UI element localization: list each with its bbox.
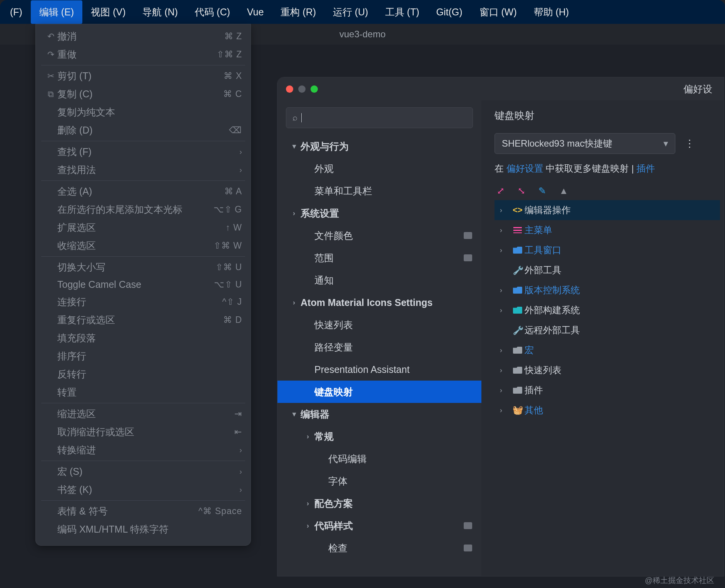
menu-refactor[interactable]: 重构 (R) bbox=[272, 0, 324, 24]
prefs-nav-item[interactable]: ›系统设置 bbox=[277, 202, 481, 224]
prefs-nav-item[interactable]: Presentation Assistant bbox=[277, 358, 481, 381]
edit-menu-item[interactable]: ↷重做⇧⌘ Z bbox=[36, 45, 251, 63]
keymap-tree-item[interactable]: ›<>编辑器操作 bbox=[494, 200, 720, 220]
edit-menu-item[interactable]: 全选 (A)⌘ A bbox=[36, 182, 251, 200]
menu-code[interactable]: 代码 (C) bbox=[186, 0, 239, 24]
chevron-right-icon: › bbox=[239, 446, 242, 454]
edit-menu-item[interactable]: 删除 (D)⌫ bbox=[36, 121, 251, 139]
prefs-nav-item[interactable]: 通知 bbox=[277, 269, 481, 291]
minimize-window-button[interactable] bbox=[298, 85, 306, 93]
collapse-icon[interactable]: ⤡ bbox=[518, 185, 525, 196]
nav-item-label: 常规 bbox=[314, 430, 334, 443]
edit-dropdown: ↶撤消⌘ Z↷重做⇧⌘ Z✂剪切 (T)⌘ X⧉复制 (C)⌘ C复制为纯文本删… bbox=[35, 24, 251, 546]
edit-menu-item[interactable]: 排序行 bbox=[36, 347, 251, 365]
folder-icon bbox=[511, 347, 525, 354]
prefs-nav-item[interactable]: 检查 bbox=[277, 537, 481, 559]
menu-item-icon: ⧉ bbox=[44, 89, 57, 99]
edit-menu-item[interactable]: 取消缩进行或选区⇤ bbox=[36, 423, 251, 441]
edit-menu-item[interactable]: 收缩选区⇧⌘ W bbox=[36, 237, 251, 255]
nav-item-label: 检查 bbox=[328, 542, 347, 555]
edit-menu-item[interactable]: 转置 bbox=[36, 383, 251, 401]
edit-menu-item[interactable]: 查找 (F)› bbox=[36, 143, 251, 161]
prefs-nav-item[interactable]: ▾外观与行为 bbox=[277, 135, 481, 157]
edit-icon[interactable]: ✎ bbox=[538, 185, 546, 196]
menu-edit[interactable]: 编辑 (E) bbox=[31, 0, 82, 24]
edit-menu-item[interactable]: 在所选行的末尾添加文本光标⌥⇧ G bbox=[36, 200, 251, 219]
keymap-tree-item[interactable]: 🔧外部工具 bbox=[494, 260, 720, 280]
prefs-nav-item[interactable]: ›代码样式 bbox=[277, 514, 481, 537]
prefs-nav-item[interactable]: 代码编辑 bbox=[277, 448, 481, 470]
menu-item-label: 复制为纯文本 bbox=[57, 106, 242, 119]
prefs-nav-item[interactable]: 字体 bbox=[277, 470, 481, 492]
edit-menu-item[interactable]: ↶撤消⌘ Z bbox=[36, 27, 251, 45]
edit-menu-item[interactable]: 宏 (S)› bbox=[36, 463, 251, 481]
prefs-nav-item[interactable]: 路径变量 bbox=[277, 336, 481, 358]
warning-icon[interactable]: ▲ bbox=[559, 185, 568, 196]
menu-git[interactable]: Git(G) bbox=[428, 1, 471, 23]
kebab-menu-button[interactable]: ⋮ bbox=[682, 138, 697, 150]
edit-menu-item[interactable]: 连接行^⇧ J bbox=[36, 293, 251, 311]
prefs-nav-item[interactable]: ›常规 bbox=[277, 425, 481, 448]
chevron-right-icon: › bbox=[500, 226, 511, 234]
link-prefs: 偏好设置 bbox=[506, 163, 543, 174]
prefs-nav-item[interactable]: 范围 bbox=[277, 247, 481, 269]
nav-item-label: 编辑器 bbox=[301, 408, 329, 421]
edit-menu-item[interactable]: 重复行或选区⌘ D bbox=[36, 311, 251, 329]
keymap-tree-item[interactable]: ›插件 bbox=[494, 380, 720, 400]
shortcut-label: ⇧⌘ W bbox=[214, 241, 242, 251]
edit-menu-item[interactable]: 书签 (K)› bbox=[36, 481, 251, 499]
menu-run[interactable]: 运行 (U) bbox=[324, 0, 377, 24]
keymap-tree-item[interactable]: ›外部构建系统 bbox=[494, 300, 720, 320]
edit-menu-item[interactable]: 缩进选区⇥ bbox=[36, 405, 251, 423]
keymap-item-label: 编辑器操作 bbox=[525, 204, 571, 216]
prefs-search-input[interactable]: ⌕ bbox=[286, 107, 473, 128]
keymap-tree-item[interactable]: ›版本控制系统 bbox=[494, 280, 720, 300]
edit-menu-item[interactable]: Toggle Camel Case⌥⇧ U bbox=[36, 276, 251, 293]
keymap-tree-item[interactable]: 🔧远程外部工具 bbox=[494, 320, 720, 340]
prefs-nav-item[interactable]: ▾编辑器 bbox=[277, 403, 481, 425]
shortcut-label: ⌥⇧ G bbox=[214, 204, 242, 215]
keymap-select[interactable]: SHERlocked93 mac快捷键 ▾ bbox=[494, 133, 675, 154]
prefs-nav-item[interactable]: ›配色方案 bbox=[277, 492, 481, 514]
menu-window[interactable]: 窗口 (W) bbox=[471, 0, 525, 24]
prefs-nav-item[interactable]: 外观 bbox=[277, 157, 481, 180]
prefs-nav-item[interactable]: 菜单和工具栏 bbox=[277, 180, 481, 202]
edit-menu-item[interactable]: 查找用法› bbox=[36, 161, 251, 179]
more-keymaps-link[interactable]: 在 偏好设置 中获取更多键盘映射 | 插件 bbox=[494, 162, 720, 175]
folder-icon bbox=[511, 367, 525, 374]
prefs-nav-item[interactable]: 文件颜色 bbox=[277, 224, 481, 247]
close-window-button[interactable] bbox=[286, 85, 293, 93]
expand-icon[interactable]: ⤢ bbox=[497, 185, 504, 196]
edit-menu-item[interactable]: 转换缩进› bbox=[36, 441, 251, 459]
prefs-nav-item[interactable]: 键盘映射 bbox=[277, 381, 481, 403]
menu-item-label: 在所选行的末尾添加文本光标 bbox=[57, 203, 214, 216]
edit-menu-item[interactable]: ✂剪切 (T)⌘ X bbox=[36, 67, 251, 85]
edit-menu-item[interactable]: 填充段落 bbox=[36, 329, 251, 347]
keymap-tree-item[interactable]: ›宏 bbox=[494, 340, 720, 360]
menu-vue[interactable]: Vue bbox=[239, 1, 272, 23]
edit-menu-item[interactable]: 表情 & 符号^⌘ Space bbox=[36, 502, 251, 520]
menu-navigate[interactable]: 导航 (N) bbox=[134, 0, 186, 24]
menu-view[interactable]: 视图 (V) bbox=[82, 0, 134, 24]
edit-menu-item[interactable]: 扩展选区↑ W bbox=[36, 219, 251, 237]
menu-item-label: 转置 bbox=[57, 386, 242, 399]
keymap-tree-item[interactable]: ›工具窗口 bbox=[494, 240, 720, 260]
edit-menu-item[interactable]: ⧉复制 (C)⌘ C bbox=[36, 85, 251, 103]
edit-menu-item[interactable]: 反转行 bbox=[36, 365, 251, 383]
menu-tools[interactable]: 工具 (T) bbox=[377, 0, 428, 24]
edit-menu-item[interactable]: 复制为纯文本 bbox=[36, 103, 251, 121]
menu-help[interactable]: 帮助 (H) bbox=[525, 0, 578, 24]
nav-item-label: 外观与行为 bbox=[301, 140, 349, 153]
window-controls bbox=[286, 85, 318, 93]
prefs-nav-item[interactable]: ›Atom Material Icons Settings bbox=[277, 291, 481, 314]
zoom-window-button[interactable] bbox=[311, 85, 318, 93]
keymap-tree-item[interactable]: ›🧺其他 bbox=[494, 400, 720, 420]
prefs-nav-item[interactable]: 快速列表 bbox=[277, 314, 481, 336]
edit-menu-item[interactable]: 编码 XML/HTML 特殊字符 bbox=[36, 520, 251, 538]
menu-file[interactable]: (F) bbox=[2, 1, 31, 23]
keymap-tree-item[interactable]: ›主菜单 bbox=[494, 220, 720, 240]
prefs-main-panel: 键盘映射 SHERlocked93 mac快捷键 ▾ ⋮ 在 偏好设置 中获取更… bbox=[481, 100, 724, 576]
edit-menu-item[interactable]: 切换大小写⇧⌘ U bbox=[36, 258, 251, 276]
prefs-titlebar: 偏好设 bbox=[277, 77, 724, 100]
keymap-tree-item[interactable]: ›快速列表 bbox=[494, 360, 720, 380]
